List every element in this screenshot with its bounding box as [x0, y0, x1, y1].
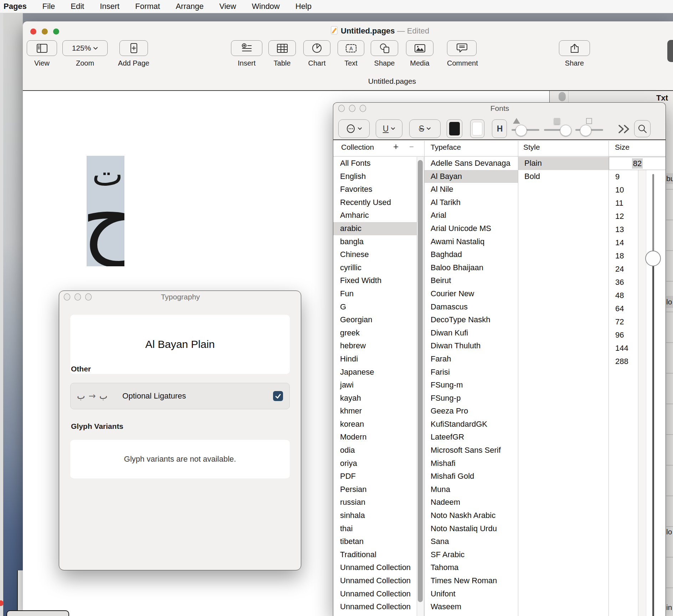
typeface-item[interactable]: Sana	[425, 535, 518, 548]
typeface-item[interactable]: Arial Unicode MS	[425, 222, 518, 235]
typeface-item[interactable]: Beirut	[425, 274, 518, 287]
shape-button[interactable]	[371, 40, 398, 56]
collection-item[interactable]: Chinese	[333, 248, 417, 261]
typeface-item[interactable]: Awami Nastaliq	[425, 235, 518, 248]
collection-item[interactable]: All Fonts	[333, 157, 417, 170]
optional-ligatures-row[interactable]: ب → ب Optional Ligatures	[70, 383, 290, 409]
collection-item[interactable]: Persian	[333, 483, 417, 496]
typeface-item[interactable]: Mishafi	[425, 457, 518, 470]
collection-item[interactable]: odia	[333, 444, 417, 457]
collection-item[interactable]: Unnamed Collection	[333, 561, 417, 574]
add-page-button[interactable]	[119, 40, 148, 56]
add-collection-button[interactable]: +	[393, 141, 399, 152]
collection-item[interactable]: kayah	[333, 392, 417, 405]
size-item[interactable]: 18	[609, 249, 638, 262]
size-slider-knob[interactable]	[645, 251, 661, 266]
underline-button[interactable]: U	[376, 119, 402, 138]
typeface-item[interactable]: Diwan Thuluth	[425, 339, 518, 353]
menu-item[interactable]: Format	[135, 2, 160, 11]
collection-scrollbar-thumb[interactable]	[418, 160, 423, 602]
chart-button[interactable]	[303, 40, 330, 56]
close-button[interactable]	[30, 29, 36, 35]
collection-item[interactable]: G	[333, 301, 417, 314]
collection-item[interactable]: Favorites	[333, 183, 417, 196]
table-button[interactable]	[268, 40, 296, 56]
collection-item[interactable]: English	[333, 170, 417, 183]
size-slider-track[interactable]	[652, 174, 654, 258]
collection-item[interactable]: Unnamed Collection	[333, 614, 417, 616]
text-effects-button[interactable]	[338, 119, 370, 138]
comment-button[interactable]	[447, 40, 477, 56]
size-item[interactable]: 14	[609, 236, 638, 249]
typeface-item[interactable]: Unifont	[425, 587, 518, 601]
collection-item[interactable]: cyrillic	[333, 261, 417, 274]
zoom-dropdown[interactable]: 125%	[62, 40, 108, 56]
size-item[interactable]: 288	[609, 355, 638, 368]
optional-ligatures-checkbox[interactable]	[273, 391, 283, 401]
typeface-item[interactable]: Noto Nastaliq Urdu	[425, 522, 518, 535]
collection-item[interactable]: Japanese	[333, 366, 417, 379]
view-button[interactable]	[27, 40, 57, 56]
size-item[interactable]: 144	[609, 342, 638, 355]
collection-item[interactable]: sinhala	[333, 509, 417, 522]
insert-button[interactable]	[231, 40, 262, 56]
collection-item[interactable]: greek	[333, 327, 417, 340]
size-slider-track[interactable]	[652, 258, 654, 616]
size-item[interactable]: 72	[609, 315, 638, 328]
size-item[interactable]: 96	[609, 328, 638, 342]
typeface-item[interactable]: Diwan Kufi	[425, 327, 518, 340]
typeface-item[interactable]: Muna	[425, 483, 518, 496]
typeface-item[interactable]: KufiStandardGK	[425, 418, 518, 431]
text-color-well[interactable]	[447, 119, 462, 138]
typeface-item[interactable]: DecoType Naskh	[425, 313, 518, 327]
menu-item[interactable]: Help	[296, 2, 312, 11]
size-item[interactable]: 11	[609, 196, 638, 210]
style-item[interactable]: Bold	[518, 170, 608, 183]
collection-item[interactable]: arabic	[333, 222, 417, 235]
typeface-item[interactable]: FSung-m	[425, 379, 518, 392]
zoom-window-button[interactable]	[53, 29, 59, 35]
text-highlight-button[interactable]: H	[492, 119, 507, 138]
typeface-item[interactable]: Mishafi Gold	[425, 470, 518, 483]
collection-item[interactable]: tibetan	[333, 535, 417, 548]
media-button[interactable]	[406, 40, 433, 56]
menu-item[interactable]: View	[219, 2, 236, 11]
collection-item[interactable]: korean	[333, 418, 417, 431]
font-search-button[interactable]	[634, 120, 651, 137]
collection-item[interactable]: oriya	[333, 457, 417, 470]
size-item[interactable]: 13	[609, 223, 638, 236]
collection-item[interactable]: Hindi	[333, 353, 417, 366]
collection-item[interactable]: Georgian	[333, 313, 417, 327]
collection-item[interactable]: Unnamed Collection	[333, 574, 417, 587]
typeface-item[interactable]: Al Nile	[425, 183, 518, 196]
typeface-item[interactable]: Farisi	[425, 366, 518, 379]
collection-item[interactable]: Fixed Width	[333, 274, 417, 287]
size-item[interactable]: 10	[609, 183, 638, 196]
size-item[interactable]: 24	[609, 262, 638, 276]
typeface-item[interactable]: Al Bayan	[425, 170, 518, 183]
typeface-item[interactable]: Farah	[425, 353, 518, 366]
remove-collection-button[interactable]: −	[409, 142, 414, 152]
size-input[interactable]: 82	[609, 157, 666, 170]
size-item[interactable]: 48	[609, 289, 638, 302]
size-item[interactable]: 9	[609, 170, 638, 183]
collection-item[interactable]: PDF	[333, 470, 417, 483]
shadow-blur-slider-knob[interactable]	[560, 125, 571, 136]
menu-item[interactable]: Edit	[71, 2, 84, 11]
collection-item[interactable]: Recently Used	[333, 196, 417, 209]
typeface-item[interactable]: Waseem	[425, 600, 518, 614]
size-item[interactable]: 36	[609, 276, 638, 289]
collection-item[interactable]: Modern	[333, 431, 417, 444]
collection-item[interactable]: Amharic	[333, 209, 417, 222]
typeface-item[interactable]: FSung-p	[425, 392, 518, 405]
typeface-item[interactable]: Noto Naskh Arabic	[425, 509, 518, 522]
share-button[interactable]	[559, 40, 590, 56]
typeface-item[interactable]: Geeza Pro	[425, 405, 518, 418]
typeface-item[interactable]: Baghdad	[425, 248, 518, 261]
collection-item[interactable]: bangla	[333, 235, 417, 248]
collection-item[interactable]: Unnamed Collection	[333, 600, 417, 614]
document-color-well[interactable]	[470, 119, 484, 138]
typeface-item[interactable]: Nadeem	[425, 496, 518, 509]
selected-text-box[interactable]: ت ح	[87, 156, 124, 266]
collection-item[interactable]: jawi	[333, 379, 417, 392]
